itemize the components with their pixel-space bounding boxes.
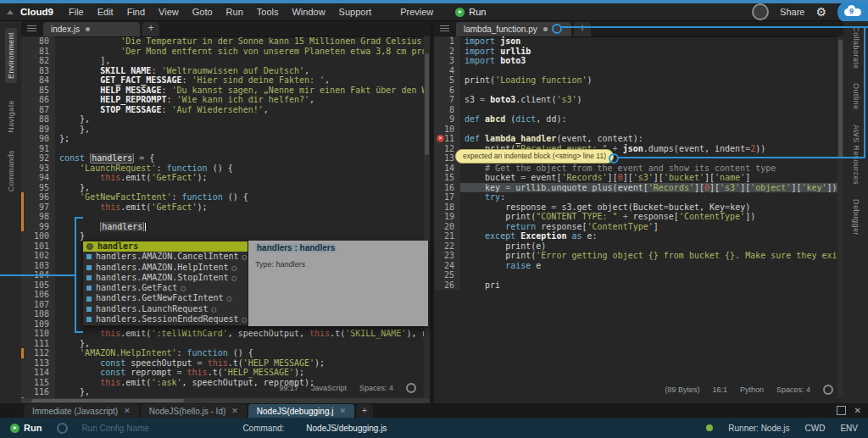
- code-line-81[interactable]: 81 'Der Mond entfernt sich von unserem P…: [21, 47, 430, 57]
- gutter-line-number[interactable]: 99: [21, 222, 55, 232]
- cwd-button[interactable]: CWD: [805, 424, 826, 433]
- menu-edit[interactable]: Edit: [91, 7, 120, 17]
- code-line-100[interactable]: 100 }: [21, 231, 430, 241]
- gutter-line-number[interactable]: 82: [21, 56, 55, 66]
- gutter-line-number[interactable]: 109: [21, 319, 55, 330]
- tab-index-js[interactable]: index.js: [43, 22, 140, 36]
- code-line-10[interactable]: 10: [434, 125, 843, 135]
- gutter-line-number[interactable]: 15: [434, 173, 460, 183]
- gutter-line-number[interactable]: 96: [21, 192, 55, 202]
- code-line-18[interactable]: 18 response = s3.get_object(Bucket=bucke…: [434, 202, 843, 213]
- gutter-line-number[interactable]: 102: [21, 251, 55, 261]
- gutter-line-number[interactable]: 90: [21, 134, 55, 144]
- gutter-line-number[interactable]: 1: [434, 36, 460, 47]
- code-line-80[interactable]: 80 'Die Temperatur in der Sonne kann 15 …: [21, 36, 430, 47]
- gutter-line-number[interactable]: 22: [434, 241, 460, 252]
- gutter-line-number[interactable]: 9: [434, 114, 460, 125]
- code-line-85[interactable]: 85 HELP_MESSAGE: 'Du kannst sagen, „Nenn…: [21, 86, 430, 96]
- code-line-23[interactable]: 23 print('Error getting object {} from b…: [434, 251, 843, 261]
- code-line-93[interactable]: 93 'LaunchRequest': function () {: [21, 164, 430, 174]
- gutter-line-number[interactable]: 103: [21, 261, 55, 271]
- gutter-line-number[interactable]: 111: [21, 339, 55, 349]
- gutter-line-number[interactable]: 93: [21, 164, 55, 174]
- gutter-line-number[interactable]: 86: [21, 95, 55, 105]
- gutter-line-number[interactable]: 98: [21, 212, 55, 222]
- close-tab-icon[interactable]: ✕: [231, 407, 238, 415]
- code-line-8[interactable]: 8: [434, 105, 843, 115]
- new-console-tab-button[interactable]: +: [356, 404, 373, 418]
- error-icon[interactable]: ✕: [437, 135, 444, 142]
- expand-console-icon[interactable]: [837, 406, 846, 415]
- status-item[interactable]: Spaces: 4: [359, 384, 393, 392]
- gutter-line-number[interactable]: 18: [434, 202, 460, 213]
- menu-file[interactable]: File: [62, 7, 91, 17]
- code-line-92[interactable]: 92const handlers = {: [21, 153, 430, 164]
- console-tab[interactable]: NodeJS(hello.js - Id)✕: [141, 404, 247, 418]
- gutter-line-number[interactable]: 87: [21, 105, 55, 115]
- code-line-1[interactable]: 1import json: [434, 36, 843, 47]
- gutter-line-number[interactable]: 81: [21, 47, 55, 57]
- tab-list-icon[interactable]: [27, 25, 36, 32]
- autocomplete-item[interactable]: handlers.GetNewFactIntent○: [83, 293, 248, 303]
- gutter-line-number[interactable]: 6: [434, 86, 460, 96]
- code-line-20[interactable]: 20 return response['ContentType']: [434, 222, 843, 232]
- gutter-line-number[interactable]: 10: [434, 125, 460, 135]
- code-line-99[interactable]: 99 handlers: [21, 222, 430, 232]
- code-line-113[interactable]: 113 const speechOutput = this.t('HELP_ME…: [21, 358, 430, 369]
- code-line-111[interactable]: 111 },: [21, 339, 430, 349]
- gutter-line-number[interactable]: 26: [434, 280, 460, 291]
- gutter-line-number[interactable]: 101: [21, 241, 55, 252]
- settings-gear-icon[interactable]: ⚙: [815, 6, 826, 18]
- menu-find[interactable]: Find: [120, 7, 152, 17]
- close-tab-icon[interactable]: ✕: [339, 407, 346, 415]
- gutter-line-number[interactable]: 97: [21, 202, 55, 213]
- menu-run[interactable]: Run: [220, 7, 250, 17]
- autocomplete-item[interactable]: handlers.AMAZON.CancelIntent○: [83, 252, 248, 262]
- status-item[interactable]: 16:1: [712, 385, 727, 394]
- code-line-110[interactable]: 110 this.emit(':tellWithCard', speechOut…: [21, 329, 430, 339]
- gutter-line-number[interactable]: 14: [434, 164, 460, 174]
- code-line-11[interactable]: ✕11def lambda_handler(event, context):: [434, 134, 843, 144]
- share-button[interactable]: Share: [780, 7, 804, 17]
- code-line-83[interactable]: 83 SKILL_NAME: 'Weltraumwissen auf Deuts…: [21, 66, 430, 76]
- code-line-22[interactable]: 22 print(e): [434, 241, 843, 252]
- code-line-84[interactable]: 84 GET_FACT_MESSAGE: 'Hier sind deine Fa…: [21, 75, 430, 86]
- new-tab-button[interactable]: +: [142, 22, 159, 36]
- code-line-14[interactable]: 14 # Get the object from the event and s…: [434, 164, 843, 174]
- right-code-area[interactable]: 1import json2import urllib3import boto34…: [434, 36, 843, 403]
- gutter-line-number[interactable]: 106: [21, 290, 55, 300]
- gutter-line-number[interactable]: 89: [21, 125, 55, 135]
- status-item[interactable]: JavaScript: [311, 384, 347, 392]
- code-line-114[interactable]: 114 const reprompt = this.t('HELP_MESSAG…: [21, 368, 430, 378]
- code-line-25[interactable]: 25: [434, 270, 843, 280]
- code-line-90[interactable]: 90};: [21, 134, 430, 144]
- status-item[interactable]: (89 Bytes): [665, 385, 699, 394]
- command-value-field[interactable]: NodeJS/debugging.js: [306, 424, 387, 433]
- code-line-112[interactable]: 112 'AMAZON.HelpIntent': function () {: [21, 348, 430, 358]
- menu-tools[interactable]: Tools: [250, 7, 286, 17]
- gutter-line-number[interactable]: 108: [21, 309, 55, 319]
- rail-tab-debugger[interactable]: Debugger: [852, 199, 860, 236]
- rail-tab-collaborate[interactable]: Collaborate: [852, 26, 860, 69]
- code-line-89[interactable]: 89 },: [21, 125, 430, 135]
- gutter-line-number[interactable]: 91: [21, 144, 55, 154]
- autocomplete-item[interactable]: handlers.AMAZON.HelpIntent○: [83, 263, 248, 273]
- gutter-line-number[interactable]: 2: [434, 47, 460, 57]
- gutter-line-number[interactable]: 105: [21, 280, 55, 291]
- console-tab[interactable]: NodeJS(debugging.j✕: [248, 404, 354, 418]
- code-line-96[interactable]: 96 'GetNewFactIntent': function () {: [21, 192, 430, 202]
- gutter-line-number[interactable]: 110: [21, 329, 55, 339]
- gutter-line-number[interactable]: 8: [434, 105, 460, 115]
- status-item[interactable]: Python: [740, 385, 764, 394]
- code-line-26[interactable]: 26 pri: [434, 280, 843, 291]
- tab-list-icon[interactable]: [440, 25, 449, 32]
- code-line-7[interactable]: 7s3 = boto3.client('s3'): [434, 95, 843, 105]
- env-button[interactable]: ENV: [840, 424, 858, 433]
- console-tab[interactable]: Immediate (Javascript)✕: [24, 404, 139, 418]
- gutter-line-number[interactable]: 4: [434, 66, 460, 76]
- code-line-87[interactable]: 87 STOP_MESSAGE: 'Auf Wiedersehen!',: [21, 105, 430, 115]
- code-line-95[interactable]: 95 },: [21, 183, 430, 193]
- code-line-6[interactable]: 6: [434, 86, 843, 96]
- code-line-86[interactable]: 86 HELP_REPROMPT: 'Wie kann ich dir helf…: [21, 95, 430, 105]
- autocomplete-item[interactable]: handlers: [83, 241, 248, 252]
